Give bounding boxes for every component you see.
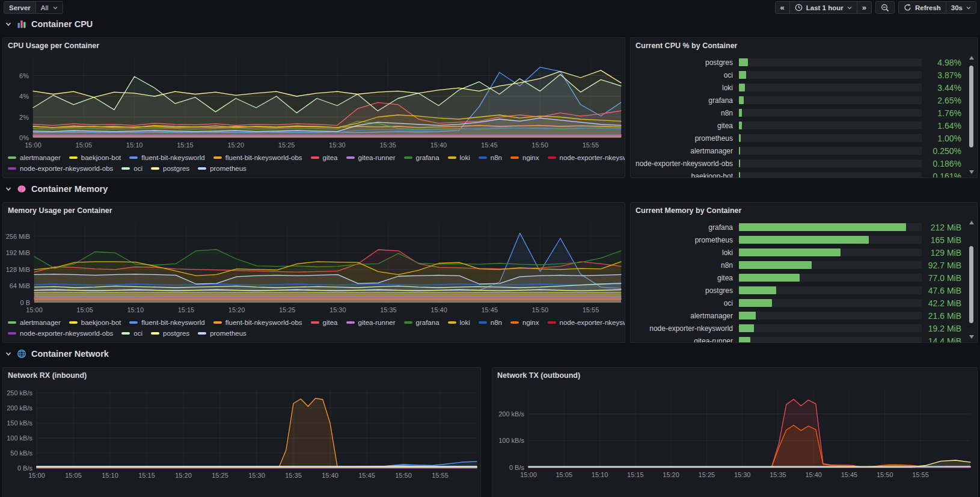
legend-color-swatch [69, 321, 78, 324]
legend-item-fluent-bit-nkeysworld-obs[interactable]: fluent-bit-nkeysworld-obs [213, 319, 302, 326]
legend-item-gitea[interactable]: gitea [311, 154, 338, 161]
scroll-down-icon[interactable] [969, 170, 974, 174]
panel-scrollbar[interactable] [969, 221, 975, 339]
legend-color-swatch [121, 332, 130, 335]
gauge-row-value: 19.2 MiB [922, 324, 961, 333]
legend-item-fluent-bit-nkeysworld[interactable]: fluent-bit-nkeysworld [129, 154, 204, 161]
svg-text:0 B/s: 0 B/s [17, 465, 33, 472]
legend-item-prometheus[interactable]: prometheus [198, 330, 247, 337]
refresh-interval-dropdown[interactable]: 30s [946, 2, 976, 13]
legend-item-n8n[interactable]: n8n [479, 319, 502, 326]
legend-item-loki[interactable]: loki [448, 319, 470, 326]
legend-item-alertmanager[interactable]: alertmanager [8, 154, 61, 161]
legend-item-alertmanager[interactable]: alertmanager [8, 319, 61, 326]
legend-item-postgres[interactable]: postgres [151, 165, 189, 172]
server-variable-label: Server [4, 2, 36, 13]
legend-label: nginx [522, 319, 539, 326]
cpu-usage-chart[interactable]: 0%2%4%6%15:0015:0515:1015:1515:2015:2515… [3, 55, 625, 152]
svg-text:15:15: 15:15 [177, 141, 194, 149]
svg-text:15:20: 15:20 [227, 141, 244, 149]
gauge-bar-track [739, 223, 922, 231]
legend-color-swatch [213, 321, 222, 324]
zoom-out-button[interactable] [875, 1, 895, 14]
svg-text:0%: 0% [19, 134, 29, 141]
gauge-row-label: gitea [635, 122, 739, 130]
svg-text:15:45: 15:45 [481, 141, 498, 149]
legend-item-grafana[interactable]: grafana [404, 319, 439, 326]
legend-item-postgres[interactable]: postgres [151, 330, 189, 337]
legend-item-n8n[interactable]: n8n [479, 154, 502, 161]
scrollbar-thumb[interactable] [969, 66, 973, 147]
legend-item-loki[interactable]: loki [448, 154, 470, 161]
svg-text:15:55: 15:55 [432, 472, 449, 479]
legend-item-fluent-bit-nkeysworld[interactable]: fluent-bit-nkeysworld [129, 319, 204, 326]
legend-color-swatch [8, 321, 16, 324]
time-shift-back-button[interactable]: « [776, 2, 789, 13]
legend-item-baekjoon-bot[interactable]: baekjoon-bot [69, 319, 121, 326]
svg-text:15:50: 15:50 [395, 472, 412, 479]
legend-item-node-exporter-nkeysworld[interactable]: node-exporter-nkeysworld [548, 154, 626, 161]
legend-item-gitea-runner[interactable]: gitea-runner [346, 319, 396, 326]
chevron-down-icon [5, 20, 12, 28]
svg-text:15:40: 15:40 [805, 471, 822, 478]
legend-item-nginx[interactable]: nginx [510, 154, 539, 161]
refresh-button[interactable]: Refresh [899, 2, 946, 13]
scrollbar-thumb[interactable] [969, 246, 973, 323]
section-container-memory[interactable]: Container Memory [5, 184, 108, 194]
legend-item-baekjoon-bot[interactable]: baekjoon-bot [69, 154, 121, 161]
gauge-bar-fill [739, 223, 906, 231]
svg-text:15:25: 15:25 [278, 141, 295, 149]
memory-usage-chart[interactable]: 0 B64 MiB128 MiB192 MiB256 MiB15:0015:05… [3, 220, 625, 317]
scroll-up-icon[interactable] [969, 56, 974, 60]
legend-item-fluent-bit-nkeysworld-obs[interactable]: fluent-bit-nkeysworld-obs [213, 154, 302, 161]
svg-text:192 MiB: 192 MiB [6, 249, 30, 256]
gauge-row-label: gitea [635, 274, 739, 282]
bar-chart-icon [17, 19, 26, 29]
legend-item-prometheus[interactable]: prometheus [198, 165, 247, 172]
panel-network-tx: Network TX (outbound) 0 B/s100 kB/s200 k… [492, 367, 978, 497]
legend-label: node-exporter-nkeysworld-obs [20, 165, 113, 172]
svg-text:15:55: 15:55 [583, 141, 599, 149]
brain-icon [17, 184, 26, 194]
globe-icon [17, 349, 26, 359]
svg-text:15:10: 15:10 [127, 306, 144, 313]
legend-item-node-exporter-nkeysworld-obs[interactable]: node-exporter-nkeysworld-obs [8, 165, 113, 172]
panel-memory-usage: Memory Usage per Container 0 B64 MiB128 … [2, 202, 625, 343]
legend-item-grafana[interactable]: grafana [404, 154, 439, 161]
legend-label: node-exporter-nkeysworld-obs [20, 330, 113, 337]
legend-item-gitea-runner[interactable]: gitea-runner [346, 154, 396, 161]
legend-color-swatch [346, 321, 355, 324]
scroll-up-icon[interactable] [969, 221, 974, 224]
svg-text:15:30: 15:30 [329, 141, 346, 149]
time-range-picker-button[interactable]: Last 1 hour [789, 2, 857, 13]
gauge-bar-track [739, 109, 922, 117]
panel-network-rx: Network RX (inbound) 0 B/s50 kB/s100 kB/… [2, 367, 481, 497]
scroll-down-icon[interactable] [969, 335, 974, 339]
section-container-cpu[interactable]: Container CPU [5, 19, 93, 29]
legend-label: gitea [323, 319, 338, 326]
legend-label: grafana [416, 154, 439, 161]
cpu-bar-gauge: postgres4.98%oci3.87%loki3.44%grafana2.6… [635, 56, 961, 178]
legend-item-node-exporter-nkeysworld[interactable]: node-exporter-nkeysworld [548, 319, 626, 326]
svg-text:15:40: 15:40 [430, 306, 447, 313]
svg-text:15:00: 15:00 [28, 472, 45, 479]
legend-item-oci[interactable]: oci [121, 165, 142, 172]
legend-item-oci[interactable]: oci [121, 330, 142, 337]
network-rx-chart[interactable]: 0 B/s50 kB/s100 kB/s150 kB/s200 kB/s250 … [3, 384, 481, 484]
svg-text:15:05: 15:05 [76, 141, 93, 149]
server-variable-dropdown[interactable]: All [36, 2, 63, 13]
legend-item-node-exporter-nkeysworld-obs[interactable]: node-exporter-nkeysworld-obs [8, 330, 113, 337]
time-shift-forward-button[interactable]: » [857, 2, 871, 13]
gauge-row: grafana212 MiB [635, 221, 961, 233]
gauge-row-value: 77.0 MiB [922, 273, 961, 283]
legend-color-swatch [198, 332, 206, 335]
network-tx-chart[interactable]: 0 B/s100 kB/s200 kB/s15:0015:0515:1015:1… [492, 384, 978, 484]
legend-color-swatch [548, 321, 556, 324]
panel-scrollbar[interactable] [969, 56, 975, 174]
section-container-network[interactable]: Container Network [5, 349, 109, 359]
legend-label: node-exporter-nkeysworld [560, 319, 626, 326]
legend-item-gitea[interactable]: gitea [311, 319, 338, 326]
double-chevron-left-icon: « [780, 4, 785, 11]
legend-item-nginx[interactable]: nginx [510, 319, 539, 326]
legend-color-swatch [510, 321, 519, 324]
